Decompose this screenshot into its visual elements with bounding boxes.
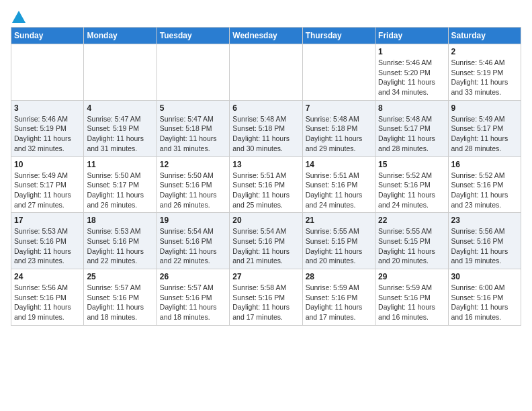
calendar-cell: 24Sunrise: 5:56 AM Sunset: 5:16 PM Dayli… (11, 269, 84, 326)
calendar-cell: 1Sunrise: 5:46 AM Sunset: 5:20 PM Daylig… (375, 44, 448, 101)
day-number: 3 (14, 103, 81, 113)
calendar-week-row: 17Sunrise: 5:53 AM Sunset: 5:16 PM Dayli… (11, 213, 521, 269)
calendar-cell: 29Sunrise: 5:59 AM Sunset: 5:16 PM Dayli… (375, 269, 448, 326)
day-number: 30 (451, 272, 518, 281)
day-info: Sunrise: 5:47 AM Sunset: 5:18 PM Dayligh… (160, 114, 226, 154)
day-number: 17 (14, 216, 81, 225)
day-number: 24 (14, 272, 81, 281)
calendar-cell: 14Sunrise: 5:51 AM Sunset: 5:16 PM Dayli… (302, 156, 375, 213)
calendar-cell: 13Sunrise: 5:51 AM Sunset: 5:16 PM Dayli… (230, 156, 302, 213)
day-number: 4 (87, 103, 153, 113)
day-info: Sunrise: 5:52 AM Sunset: 5:16 PM Dayligh… (451, 171, 518, 210)
day-number: 9 (451, 103, 518, 113)
day-number: 12 (160, 160, 226, 169)
day-number: 13 (232, 160, 299, 169)
day-number: 28 (306, 272, 372, 281)
day-info: Sunrise: 5:53 AM Sunset: 5:16 PM Dayligh… (87, 226, 153, 266)
calendar-cell: 18Sunrise: 5:53 AM Sunset: 5:16 PM Dayli… (84, 213, 157, 269)
weekday-header: Thursday (302, 28, 375, 44)
day-number: 21 (306, 216, 372, 225)
day-info: Sunrise: 5:51 AM Sunset: 5:16 PM Dayligh… (306, 171, 372, 210)
day-number: 15 (378, 160, 445, 169)
page-header (11, 11, 521, 21)
calendar-cell: 23Sunrise: 5:56 AM Sunset: 5:16 PM Dayli… (448, 213, 521, 269)
calendar-cell: 20Sunrise: 5:54 AM Sunset: 5:16 PM Dayli… (230, 213, 302, 269)
day-number: 26 (160, 272, 226, 281)
day-number: 16 (451, 160, 518, 169)
calendar-cell: 11Sunrise: 5:50 AM Sunset: 5:17 PM Dayli… (84, 156, 157, 213)
calendar-week-row: 3Sunrise: 5:46 AM Sunset: 5:19 PM Daylig… (11, 100, 521, 156)
day-number: 19 (160, 216, 226, 225)
weekday-header: Friday (375, 28, 448, 44)
day-number: 14 (306, 160, 372, 169)
day-info: Sunrise: 5:48 AM Sunset: 5:18 PM Dayligh… (232, 114, 299, 154)
calendar-cell: 21Sunrise: 5:55 AM Sunset: 5:15 PM Dayli… (302, 213, 375, 269)
calendar-cell: 28Sunrise: 5:59 AM Sunset: 5:16 PM Dayli… (302, 269, 375, 326)
day-info: Sunrise: 5:57 AM Sunset: 5:16 PM Dayligh… (160, 283, 226, 322)
calendar-cell: 27Sunrise: 5:58 AM Sunset: 5:16 PM Dayli… (230, 269, 302, 326)
day-number: 27 (232, 272, 299, 281)
day-number: 23 (451, 216, 518, 225)
calendar-cell: 26Sunrise: 5:57 AM Sunset: 5:16 PM Dayli… (157, 269, 229, 326)
day-number: 11 (87, 160, 153, 169)
day-info: Sunrise: 5:56 AM Sunset: 5:16 PM Dayligh… (451, 226, 518, 266)
day-info: Sunrise: 5:46 AM Sunset: 5:19 PM Dayligh… (14, 114, 81, 154)
day-info: Sunrise: 5:55 AM Sunset: 5:15 PM Dayligh… (378, 226, 445, 266)
calendar-cell (84, 44, 157, 101)
day-info: Sunrise: 6:00 AM Sunset: 5:16 PM Dayligh… (451, 283, 518, 322)
calendar-cell (157, 44, 229, 101)
day-info: Sunrise: 5:50 AM Sunset: 5:17 PM Dayligh… (87, 171, 153, 210)
day-info: Sunrise: 5:51 AM Sunset: 5:16 PM Dayligh… (232, 171, 299, 210)
calendar-cell: 17Sunrise: 5:53 AM Sunset: 5:16 PM Dayli… (11, 213, 84, 269)
day-info: Sunrise: 5:46 AM Sunset: 5:20 PM Dayligh… (378, 58, 445, 97)
day-number: 18 (87, 216, 153, 225)
weekday-header: Monday (84, 28, 157, 44)
day-number: 10 (14, 160, 81, 169)
day-info: Sunrise: 5:49 AM Sunset: 5:17 PM Dayligh… (451, 114, 518, 154)
day-info: Sunrise: 5:59 AM Sunset: 5:16 PM Dayligh… (306, 283, 372, 322)
day-info: Sunrise: 5:55 AM Sunset: 5:15 PM Dayligh… (306, 226, 372, 266)
day-number: 20 (232, 216, 299, 225)
weekday-header: Wednesday (230, 28, 302, 44)
calendar-cell: 16Sunrise: 5:52 AM Sunset: 5:16 PM Dayli… (448, 156, 521, 213)
day-info: Sunrise: 5:52 AM Sunset: 5:16 PM Dayligh… (378, 171, 445, 210)
calendar-cell: 19Sunrise: 5:54 AM Sunset: 5:16 PM Dayli… (157, 213, 229, 269)
day-number: 29 (378, 272, 445, 281)
day-info: Sunrise: 5:50 AM Sunset: 5:16 PM Dayligh… (160, 171, 226, 210)
calendar-cell: 7Sunrise: 5:48 AM Sunset: 5:18 PM Daylig… (302, 100, 375, 156)
day-info: Sunrise: 5:57 AM Sunset: 5:16 PM Dayligh… (87, 283, 153, 322)
day-info: Sunrise: 5:53 AM Sunset: 5:16 PM Dayligh… (14, 226, 81, 266)
calendar-week-row: 24Sunrise: 5:56 AM Sunset: 5:16 PM Dayli… (11, 269, 521, 326)
day-info: Sunrise: 5:47 AM Sunset: 5:19 PM Dayligh… (87, 114, 153, 154)
day-number: 8 (378, 103, 445, 113)
calendar-header-row: SundayMondayTuesdayWednesdayThursdayFrid… (11, 28, 521, 44)
day-info: Sunrise: 5:48 AM Sunset: 5:18 PM Dayligh… (306, 114, 372, 154)
calendar-cell (302, 44, 375, 101)
calendar-cell (11, 44, 84, 101)
calendar-table: SundayMondayTuesdayWednesdayThursdayFrid… (11, 27, 521, 326)
weekday-header: Saturday (448, 28, 521, 44)
calendar-cell: 6Sunrise: 5:48 AM Sunset: 5:18 PM Daylig… (230, 100, 302, 156)
day-number: 1 (378, 47, 445, 56)
day-info: Sunrise: 5:58 AM Sunset: 5:16 PM Dayligh… (232, 283, 299, 322)
day-number: 22 (378, 216, 445, 225)
calendar-week-row: 1Sunrise: 5:46 AM Sunset: 5:20 PM Daylig… (11, 44, 521, 101)
day-info: Sunrise: 5:54 AM Sunset: 5:16 PM Dayligh… (232, 226, 299, 266)
calendar-cell: 3Sunrise: 5:46 AM Sunset: 5:19 PM Daylig… (11, 100, 84, 156)
logo (11, 11, 26, 21)
day-info: Sunrise: 5:56 AM Sunset: 5:16 PM Dayligh… (14, 283, 81, 322)
calendar-cell: 22Sunrise: 5:55 AM Sunset: 5:15 PM Dayli… (375, 213, 448, 269)
day-info: Sunrise: 5:46 AM Sunset: 5:19 PM Dayligh… (451, 58, 518, 97)
day-info: Sunrise: 5:59 AM Sunset: 5:16 PM Dayligh… (378, 283, 445, 322)
calendar-cell: 30Sunrise: 6:00 AM Sunset: 5:16 PM Dayli… (448, 269, 521, 326)
calendar-week-row: 10Sunrise: 5:49 AM Sunset: 5:17 PM Dayli… (11, 156, 521, 213)
calendar-cell: 9Sunrise: 5:49 AM Sunset: 5:17 PM Daylig… (448, 100, 521, 156)
day-number: 25 (87, 272, 153, 281)
calendar-cell: 8Sunrise: 5:48 AM Sunset: 5:17 PM Daylig… (375, 100, 448, 156)
day-number: 2 (451, 47, 518, 56)
day-info: Sunrise: 5:54 AM Sunset: 5:16 PM Dayligh… (160, 226, 226, 266)
weekday-header: Sunday (11, 28, 84, 44)
calendar-cell: 10Sunrise: 5:49 AM Sunset: 5:17 PM Dayli… (11, 156, 84, 213)
calendar-cell: 4Sunrise: 5:47 AM Sunset: 5:19 PM Daylig… (84, 100, 157, 156)
calendar-cell: 5Sunrise: 5:47 AM Sunset: 5:18 PM Daylig… (157, 100, 229, 156)
